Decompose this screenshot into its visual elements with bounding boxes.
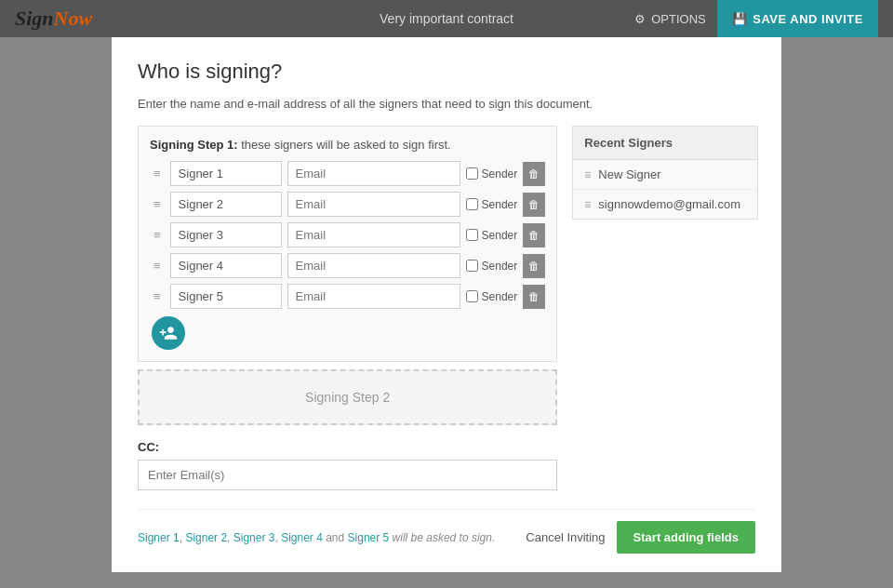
signer-row: ≡ Sender 🗑 bbox=[150, 253, 545, 278]
signer-email-input[interactable] bbox=[287, 192, 460, 217]
sender-label: Sender bbox=[482, 260, 518, 273]
recent-signers-title: Recent Signers bbox=[573, 127, 757, 160]
sender-checkbox-label[interactable]: Sender bbox=[466, 198, 518, 211]
drag-handle-icon: ≡ bbox=[150, 165, 165, 182]
delete-signer-button[interactable]: 🗑 bbox=[523, 162, 545, 186]
sender-label: Sender bbox=[482, 198, 518, 211]
cc-label: CC: bbox=[138, 440, 557, 454]
signer-email-input[interactable] bbox=[287, 284, 460, 309]
signer-name-input[interactable] bbox=[170, 284, 282, 309]
delete-signer-button[interactable]: 🗑 bbox=[523, 223, 545, 247]
drag-handle-icon: ≡ bbox=[150, 226, 165, 244]
modal-body: Signing Step 1: these signers will be as… bbox=[138, 126, 755, 490]
drag-handle-icon: ≡ bbox=[150, 257, 165, 274]
signer-row: ≡ Sender 🗑 bbox=[150, 284, 545, 309]
recent-signer-item[interactable]: ≡ signnowdemo@gmail.com bbox=[573, 190, 757, 219]
recent-signers-box: Recent Signers ≡ New Signer ≡ signnowdem… bbox=[572, 126, 758, 220]
right-panel: Recent Signers ≡ New Signer ≡ signnowdem… bbox=[572, 126, 758, 490]
add-signer-button[interactable] bbox=[152, 316, 185, 350]
signer-email-input[interactable] bbox=[287, 222, 460, 247]
modal-footer: Signer 1, Signer 2, Signer 3, Signer 4 a… bbox=[138, 509, 755, 554]
signer-row: ≡ Sender 🗑 bbox=[150, 161, 545, 186]
recent-signer-item[interactable]: ≡ New Signer bbox=[573, 160, 757, 190]
modal-title: Who is signing? bbox=[138, 60, 755, 84]
footer-actions: Cancel Inviting Start adding fields bbox=[526, 521, 755, 554]
sender-checkbox-label[interactable]: Sender bbox=[466, 167, 518, 180]
top-bar-actions: ⚙ OPTIONS 💾 SAVE AND INVITE bbox=[634, 0, 878, 37]
document-title: Very important contract bbox=[380, 11, 513, 26]
save-icon: 💾 bbox=[732, 12, 748, 26]
drag-handle-icon: ≡ bbox=[150, 287, 165, 305]
recent-signer-label: New Signer bbox=[598, 167, 660, 181]
sender-checkbox-label[interactable]: Sender bbox=[466, 260, 518, 273]
signer-name-input[interactable] bbox=[170, 222, 282, 247]
top-bar: SignNow Very important contract ⚙ OPTION… bbox=[0, 0, 893, 37]
signer-email-input[interactable] bbox=[287, 161, 460, 186]
sender-checkbox[interactable] bbox=[466, 229, 478, 241]
logo: SignNow bbox=[15, 7, 92, 31]
save-and-invite-button[interactable]: 💾 SAVE AND INVITE bbox=[717, 0, 878, 37]
options-label: OPTIONS bbox=[651, 12, 706, 26]
list-icon: ≡ bbox=[584, 198, 591, 211]
sender-label: Sender bbox=[482, 290, 518, 303]
signer-name-input[interactable] bbox=[170, 161, 282, 186]
signing-step-1: Signing Step 1: these signers will be as… bbox=[138, 126, 557, 362]
left-panel: Signing Step 1: these signers will be as… bbox=[138, 126, 557, 490]
signer-email-input[interactable] bbox=[287, 253, 460, 278]
start-adding-fields-button[interactable]: Start adding fields bbox=[617, 521, 755, 554]
signing-step-2[interactable]: Signing Step 2 bbox=[138, 369, 557, 425]
signing-step-1-sublabel: these signers will be asked to sign firs… bbox=[241, 138, 450, 152]
signing-step-1-label: Signing Step 1: bbox=[150, 138, 238, 152]
footer-signers-text: Signer 1, Signer 2, Signer 3, Signer 4 a… bbox=[138, 531, 495, 544]
sender-label: Sender bbox=[482, 229, 518, 242]
signer-name-input[interactable] bbox=[170, 192, 282, 217]
save-invite-label: SAVE AND INVITE bbox=[753, 12, 863, 26]
drag-handle-icon: ≡ bbox=[150, 195, 165, 213]
modal-description: Enter the name and e-mail address of all… bbox=[138, 97, 755, 111]
signer-name-input[interactable] bbox=[170, 253, 282, 278]
sender-label: Sender bbox=[482, 167, 518, 180]
cancel-button[interactable]: Cancel Inviting bbox=[526, 530, 605, 544]
recent-signers-list: ≡ New Signer ≡ signnowdemo@gmail.com bbox=[573, 160, 757, 219]
recent-signer-label: signnowdemo@gmail.com bbox=[598, 197, 740, 211]
delete-signer-button[interactable]: 🗑 bbox=[523, 254, 545, 278]
list-icon: ≡ bbox=[584, 168, 591, 181]
signing-step-1-header: Signing Step 1: these signers will be as… bbox=[150, 138, 545, 152]
sender-checkbox-label[interactable]: Sender bbox=[466, 290, 518, 303]
logo-sign: Sign bbox=[15, 7, 54, 30]
sender-checkbox[interactable] bbox=[466, 167, 478, 180]
sender-checkbox[interactable] bbox=[466, 290, 478, 302]
modal: Who is signing? Enter the name and e-mai… bbox=[112, 37, 781, 572]
sender-checkbox-label[interactable]: Sender bbox=[466, 229, 518, 242]
signer-row: ≡ Sender 🗑 bbox=[150, 192, 545, 217]
gear-icon: ⚙ bbox=[634, 12, 646, 26]
sender-checkbox[interactable] bbox=[466, 198, 478, 210]
signer-row: ≡ Sender 🗑 bbox=[150, 222, 545, 247]
sender-checkbox[interactable] bbox=[466, 260, 478, 272]
options-button[interactable]: ⚙ OPTIONS bbox=[634, 12, 706, 26]
signer-rows: ≡ Sender 🗑 ≡ Sender 🗑 ≡ Sender bbox=[150, 161, 545, 309]
logo-now: Now bbox=[54, 7, 93, 30]
delete-signer-button[interactable]: 🗑 bbox=[523, 193, 545, 217]
cc-input[interactable] bbox=[138, 460, 557, 490]
delete-signer-button[interactable]: 🗑 bbox=[523, 285, 545, 309]
signing-step-2-label: Signing Step 2 bbox=[305, 390, 390, 405]
add-person-icon bbox=[159, 324, 178, 342]
